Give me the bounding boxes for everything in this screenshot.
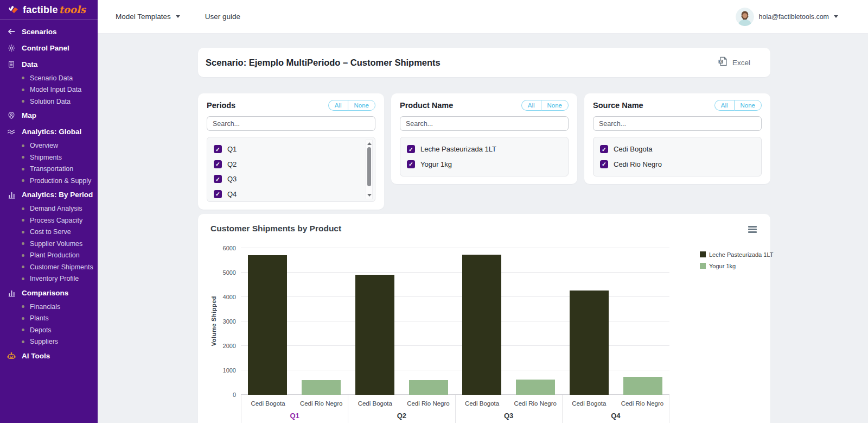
legend-item-leche-pasteurizada-1lt[interactable]: Leche Pasteurizada 1LT bbox=[700, 251, 773, 258]
sidebar-subitem-solution-data[interactable]: Solution Data bbox=[0, 96, 98, 108]
page-title: Scenario: Ejemplo MultiPeriodo – Custome… bbox=[206, 58, 441, 68]
checkbox-icon[interactable]: ✓ bbox=[600, 145, 608, 153]
option-label: Q3 bbox=[227, 175, 237, 183]
topbar: Model Templates User guide hola@factible… bbox=[98, 0, 868, 34]
sidebar-subitem-process-capacity[interactable]: Process Capacity bbox=[0, 214, 98, 226]
chart-card: Customer Shipments by Product Volume Shi… bbox=[198, 214, 770, 423]
none-button[interactable]: None bbox=[541, 100, 569, 111]
sidebar-subitem-plant-production[interactable]: Plant Production bbox=[0, 250, 98, 262]
period-label-q3[interactable]: Q3 bbox=[456, 412, 562, 420]
sidebar-subitem-suppliers[interactable]: Suppliers bbox=[0, 336, 98, 348]
filter-option-q2[interactable]: ✓Q2 bbox=[214, 157, 361, 172]
sidebar-item-data[interactable]: Data bbox=[0, 56, 98, 72]
sidebar-item-analytics-by-period[interactable]: Analytics: By Period bbox=[0, 187, 98, 203]
period-label-q1[interactable]: Q1 bbox=[241, 412, 348, 420]
checkbox-icon[interactable]: ✓ bbox=[214, 190, 222, 198]
option-label: Q2 bbox=[227, 160, 237, 168]
option-label: Cedi Bogota bbox=[614, 145, 653, 153]
checkbox-icon[interactable]: ✓ bbox=[407, 160, 415, 168]
bars-layer bbox=[241, 248, 669, 395]
bullet-icon bbox=[22, 317, 24, 320]
scrollbar-thumb[interactable] bbox=[367, 147, 371, 186]
all-button[interactable]: All bbox=[328, 100, 348, 111]
model-templates-menu[interactable]: Model Templates bbox=[116, 12, 180, 21]
excel-export-button[interactable]: X Excel bbox=[717, 56, 750, 69]
checkbox-icon[interactable]: ✓ bbox=[600, 160, 608, 168]
bar-q1-cedi-bogota[interactable] bbox=[248, 255, 287, 395]
filter-option-q1[interactable]: ✓Q1 bbox=[214, 142, 361, 157]
robot-icon bbox=[7, 351, 16, 360]
sidebar-subitem-model-input-data[interactable]: Model Input Data bbox=[0, 84, 98, 96]
none-button[interactable]: None bbox=[348, 100, 376, 111]
y-axis-title: Volume Shipped bbox=[210, 296, 217, 346]
sidebar-subitem-label: Production & Supply bbox=[30, 177, 91, 185]
period-label-q2[interactable]: Q2 bbox=[348, 412, 455, 420]
sidebar-subitem-production-supply[interactable]: Production & Supply bbox=[0, 175, 98, 187]
none-button[interactable]: None bbox=[734, 100, 762, 111]
sidebar-subitem-plants[interactable]: Plants bbox=[0, 313, 98, 325]
logo[interactable]: factibletools bbox=[0, 0, 98, 20]
search-input[interactable] bbox=[400, 116, 569, 131]
all-button[interactable]: All bbox=[714, 100, 734, 111]
sidebar-item-analytics-global[interactable]: Analytics: Global bbox=[0, 124, 98, 140]
sidebar-subitem-overview[interactable]: Overview bbox=[0, 140, 98, 152]
sidebar-subitem-transportation[interactable]: Transportation bbox=[0, 163, 98, 175]
sidebar-subitem-customer-shipments[interactable]: Customer Shipments bbox=[0, 261, 98, 273]
bullet-icon bbox=[22, 254, 24, 257]
all-none-toggle: AllNone bbox=[714, 100, 762, 111]
filter-option-cedi-bogota[interactable]: ✓Cedi Bogota bbox=[600, 142, 755, 157]
filter-option-leche-pasteurizada-1lt[interactable]: ✓Leche Pasteurizada 1LT bbox=[407, 142, 561, 157]
legend-item-yogur-1kg[interactable]: Yogur 1kg bbox=[700, 263, 773, 269]
bar-q2-cedi-rio-negro[interactable] bbox=[409, 380, 448, 395]
scroll-up-icon[interactable] bbox=[367, 142, 372, 145]
user-guide-link[interactable]: User guide bbox=[205, 12, 240, 21]
period-label-q4[interactable]: Q4 bbox=[563, 412, 669, 420]
sidebar-item-ai-tools[interactable]: AI Tools bbox=[0, 348, 98, 364]
chart-header: Customer Shipments by Product bbox=[210, 224, 758, 235]
sidebar-item-map[interactable]: Map bbox=[0, 108, 98, 124]
sidebar-subitem-scenario-data[interactable]: Scenario Data bbox=[0, 72, 98, 84]
sidebar-item-scenarios[interactable]: Scenarios bbox=[0, 23, 98, 40]
sidebar-item-control-panel[interactable]: Control Panel bbox=[0, 40, 98, 56]
filter-option-q4[interactable]: ✓Q4 bbox=[214, 187, 361, 202]
sidebar-item-comparisons[interactable]: Comparisons bbox=[0, 285, 98, 301]
bar-q4-cedi-bogota[interactable] bbox=[570, 291, 609, 394]
sidebar-subitem-inventory-profile[interactable]: Inventory Profile bbox=[0, 273, 98, 285]
filter-option-q3[interactable]: ✓Q3 bbox=[214, 172, 361, 187]
user-menu[interactable]: hola@factibletools.com bbox=[736, 8, 838, 26]
bar-q3-cedi-bogota[interactable] bbox=[462, 255, 501, 395]
sidebar-subitem-shipments[interactable]: Shipments bbox=[0, 151, 98, 163]
category-label: Cedi Rio Negro bbox=[295, 400, 348, 407]
checkbox-icon[interactable]: ✓ bbox=[407, 145, 415, 153]
bullet-icon bbox=[22, 266, 24, 268]
filter-option-cedi-rio-negro[interactable]: ✓Cedi Rio Negro bbox=[600, 157, 755, 172]
filter-option-yogur-1kg[interactable]: ✓Yogur 1kg bbox=[407, 157, 561, 172]
sidebar-subitem-financials[interactable]: Financials bbox=[0, 301, 98, 313]
all-button[interactable]: All bbox=[521, 100, 541, 111]
bar-q2-cedi-bogota[interactable] bbox=[355, 275, 394, 395]
search-input[interactable] bbox=[207, 116, 375, 131]
bar-q1-cedi-rio-negro[interactable] bbox=[302, 380, 341, 395]
bar-q3-cedi-rio-negro[interactable] bbox=[516, 380, 555, 395]
checkbox-icon[interactable]: ✓ bbox=[214, 145, 222, 153]
chart-menu-icon[interactable] bbox=[747, 224, 758, 235]
sidebar-subitem-demand-analysis[interactable]: Demand Analysis bbox=[0, 203, 98, 215]
scrollbar[interactable] bbox=[366, 140, 373, 199]
bullet-icon bbox=[22, 156, 24, 159]
bar-q4-cedi-rio-negro[interactable] bbox=[623, 377, 662, 394]
checkbox-icon[interactable]: ✓ bbox=[214, 175, 222, 183]
brand-accent: tools bbox=[59, 4, 86, 15]
sidebar-subitem-depots[interactable]: Depots bbox=[0, 324, 98, 336]
checkbox-icon[interactable]: ✓ bbox=[214, 160, 222, 168]
brand-name: factible bbox=[23, 4, 58, 15]
option-label: Q4 bbox=[227, 190, 237, 198]
category-labels: Cedi BogotaCedi Rio Negro bbox=[241, 400, 348, 407]
y-tick-label: 3000 bbox=[223, 318, 236, 325]
sidebar-subitem-cost-to-serve[interactable]: Cost to Serve bbox=[0, 226, 98, 238]
bar-slot bbox=[348, 248, 402, 395]
category-labels: Cedi BogotaCedi Rio Negro bbox=[456, 400, 562, 407]
sidebar-subitem-supplier-volumes[interactable]: Supplier Volumes bbox=[0, 238, 98, 250]
search-input[interactable] bbox=[593, 116, 762, 131]
scroll-down-icon[interactable] bbox=[367, 194, 372, 197]
category-label: Cedi Bogota bbox=[348, 400, 401, 407]
